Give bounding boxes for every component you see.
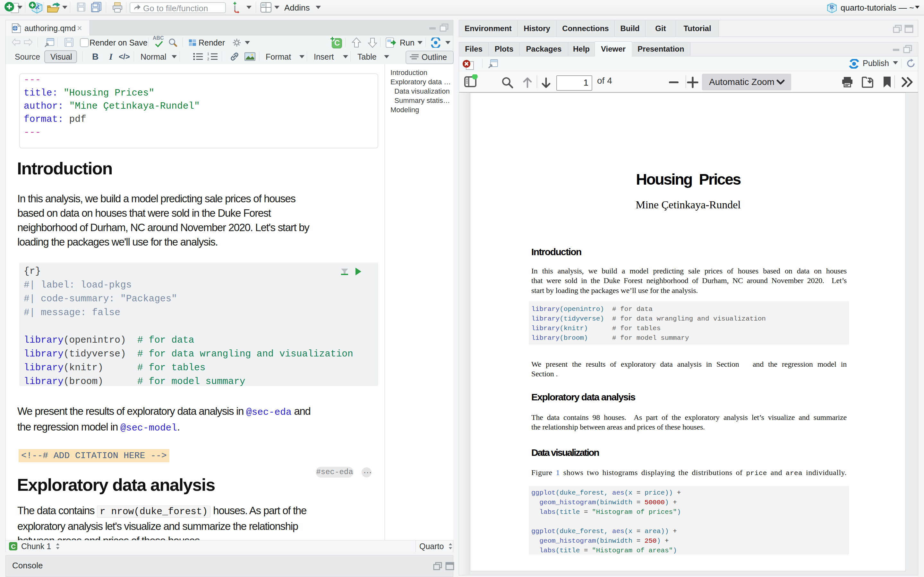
svg-text:1: 1 <box>207 53 209 56</box>
svg-text:R: R <box>830 4 835 10</box>
svg-text:2: 2 <box>207 57 209 61</box>
